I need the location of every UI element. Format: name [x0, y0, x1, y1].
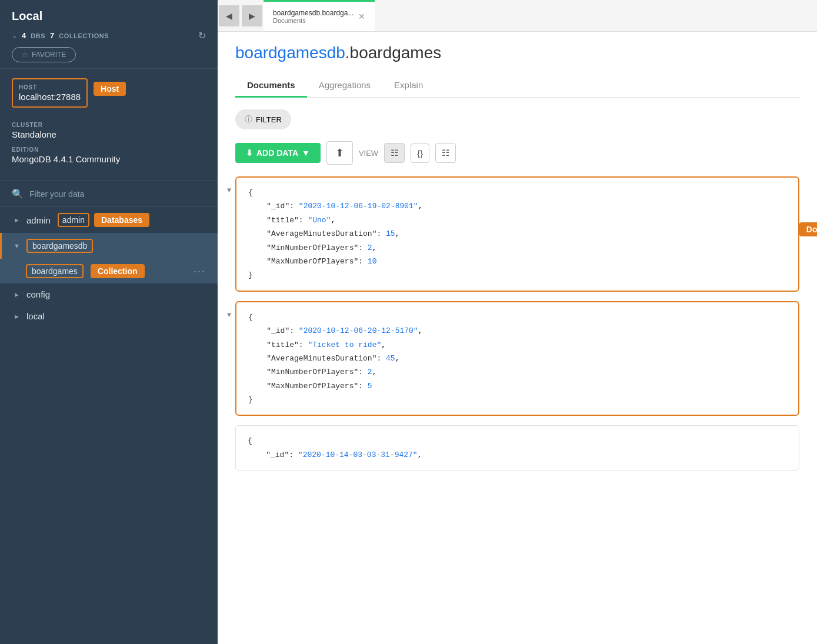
tab-back-button[interactable]: ◀ — [219, 5, 239, 26]
view-list-button[interactable]: ☷ — [384, 143, 405, 163]
boardgamesdb-section: ▼ boardgamesdb boardgames Collection ··· — [0, 233, 218, 283]
doc-card-2: ▼ { "_id": "2020-10-12-06-20-12-5170", "… — [235, 301, 799, 416]
collection-menu-button[interactable]: ··· — [194, 265, 206, 278]
cluster-label: CLUSTER — [12, 122, 206, 128]
add-data-label: ADD DATA — [256, 148, 298, 158]
databases-callout-wrapper: admin Databases — [58, 213, 149, 227]
json-icon: {} — [417, 148, 423, 158]
collection-callout: Collection — [91, 264, 145, 278]
host-label: HOST — [19, 84, 81, 91]
cluster-row: CLUSTER Standalone — [12, 122, 206, 139]
edition-value: MongoDB 4.4.1 Community — [12, 154, 206, 164]
databases-callout: Databases — [94, 213, 149, 227]
download-icon: ⬇ — [246, 148, 253, 158]
db-item-config[interactable]: ► config — [0, 283, 218, 305]
content-area: boardgamesdb.boardgames Documents Aggreg… — [218, 32, 817, 644]
db-name-local: local — [26, 311, 45, 321]
doc-1-content: { "_id": "2020-10-12-06-19-02-8901", "ti… — [248, 186, 786, 282]
tab-close-icon[interactable]: ✕ — [358, 12, 365, 21]
boardgamesdb-box: boardgamesdb — [26, 239, 93, 253]
doc-3-content: { "_id": "2020-10-14-03-03-31-9427", — [248, 434, 787, 462]
doc-2-content: { "_id": "2020-10-12-06-20-12-5170", "ti… — [248, 311, 786, 407]
db-item-admin[interactable]: ► admin admin Databases — [0, 207, 218, 233]
documents-callout-wrapper: Documents — [799, 222, 817, 236]
info-section: HOST localhost:27888 Host CLUSTER Standa… — [0, 69, 218, 181]
title-db-part: boardgamesdb — [235, 44, 345, 62]
list-icon: ☷ — [391, 148, 398, 158]
title-separator: . — [345, 44, 350, 62]
db-item-local[interactable]: ► local — [0, 305, 218, 327]
boardgamesdb-label: boardgamesdb — [32, 241, 87, 251]
favorite-label: FAVORITE — [32, 51, 66, 59]
collection-name-boardgames: boardgames — [26, 264, 84, 278]
title-coll-part: boardgames — [350, 44, 442, 62]
tab-forward-button[interactable]: ▶ — [242, 5, 262, 26]
chevron-down-icon-boardgamesdb: ▼ — [14, 242, 21, 249]
favorite-button[interactable]: ☆ FAVORITE — [12, 47, 76, 62]
doc-1-wrapper: ▼ { "_id": "2020-10-12-06-19-02-8901", "… — [235, 176, 799, 292]
host-callout: Host — [94, 82, 126, 96]
db-list: ► admin admin Databases ▼ boardgamesdb — [0, 207, 218, 644]
edition-label: EDITION — [12, 146, 206, 153]
search-icon: 🔍 — [12, 188, 24, 199]
tab-nav-aggregations[interactable]: Aggregations — [307, 74, 382, 98]
tab-nav-documents[interactable]: Documents — [235, 74, 307, 98]
add-data-button[interactable]: ⬇ ADD DATA ▼ — [235, 143, 321, 163]
sidebar-header: Local ⌄ 4 DBS 7 COLLECTIONS ↻ ☆ FAVORITE — [0, 0, 218, 69]
export-button[interactable]: ⬆ — [326, 141, 353, 165]
cluster-value: Standalone — [12, 129, 206, 139]
sidebar-stats: ⌄ 4 DBS 7 COLLECTIONS ↻ — [12, 30, 206, 41]
collection-item-boardgames[interactable]: boardgames Collection ··· — [0, 259, 218, 283]
tab-bar: ◀ ▶ boardgamesdb.boardga... Documents ✕ — [218, 0, 817, 32]
tabs-nav: Documents Aggregations Explain — [235, 74, 799, 98]
view-label: VIEW — [359, 149, 378, 158]
export-icon: ⬆ — [335, 147, 344, 159]
tab-nav-explain[interactable]: Explain — [382, 74, 435, 98]
refresh-button[interactable]: ↻ — [198, 30, 206, 41]
view-table-button[interactable]: ☷ — [435, 143, 456, 163]
sidebar: Local ⌄ 4 DBS 7 COLLECTIONS ↻ ☆ FAVORITE… — [0, 0, 218, 644]
filter-button[interactable]: ⓘ FILTER — [235, 109, 291, 129]
collections-label: COLLECTIONS — [59, 32, 109, 39]
sidebar-title: Local — [12, 9, 206, 23]
filter-label: FILTER — [256, 115, 282, 124]
info-icon: ⓘ — [245, 114, 252, 125]
filter-input[interactable] — [29, 189, 206, 199]
dropdown-arrow: ▼ — [302, 148, 310, 158]
filter-section: 🔍 — [0, 181, 218, 207]
host-box: HOST localhost:27888 — [12, 78, 88, 108]
admin-box: admin — [58, 213, 89, 227]
collections-count: 7 — [50, 31, 54, 40]
chevron-right-icon: ► — [14, 216, 21, 223]
chevron-down-icon: ⌄ — [12, 32, 17, 39]
admin-label: admin — [62, 215, 85, 225]
doc-card-1: ▼ { "_id": "2020-10-12-06-19-02-8901", "… — [235, 176, 799, 292]
collection-callout-wrapper: Collection — [91, 264, 145, 278]
doc-expand-1[interactable]: ▼ — [227, 185, 231, 198]
doc-card-3: ▼ { "_id": "2020-10-14-03-03-31-9427", — [235, 425, 799, 471]
db-name-config: config — [26, 289, 50, 299]
db-name-admin: admin — [26, 215, 51, 225]
edition-row: EDITION MongoDB 4.4.1 Community — [12, 146, 206, 164]
table-icon: ☷ — [442, 148, 449, 158]
tab-documents[interactable]: boardgamesdb.boardga... Documents ✕ — [264, 0, 375, 31]
collection-title: boardgamesdb.boardgames — [235, 44, 799, 62]
action-toolbar: ⬇ ADD DATA ▼ ⬆ VIEW ☷ {} ☷ — [235, 141, 799, 165]
host-value: localhost:27888 — [19, 92, 81, 102]
doc-expand-2[interactable]: ▼ — [227, 309, 231, 322]
dbs-label: DBS — [31, 32, 45, 39]
tab-subtitle: Documents — [273, 17, 354, 24]
main-area: ◀ ▶ boardgamesdb.boardga... Documents ✕ … — [218, 0, 817, 644]
dbs-count: 4 — [22, 31, 26, 40]
documents-callout: Documents — [799, 222, 817, 236]
toolbar: ⓘ FILTER — [235, 109, 799, 129]
db-item-boardgamesdb[interactable]: ▼ boardgamesdb — [0, 233, 218, 259]
chevron-right-icon-local: ► — [14, 313, 21, 320]
tab-title: boardgamesdb.boardga... — [273, 9, 354, 17]
view-json-button[interactable]: {} — [411, 144, 429, 163]
chevron-right-icon-config: ► — [14, 291, 21, 298]
collection-item-wrapper: boardgames Collection ··· — [0, 259, 218, 283]
tab-info: boardgamesdb.boardga... Documents — [273, 9, 354, 24]
star-icon: ☆ — [22, 51, 28, 59]
